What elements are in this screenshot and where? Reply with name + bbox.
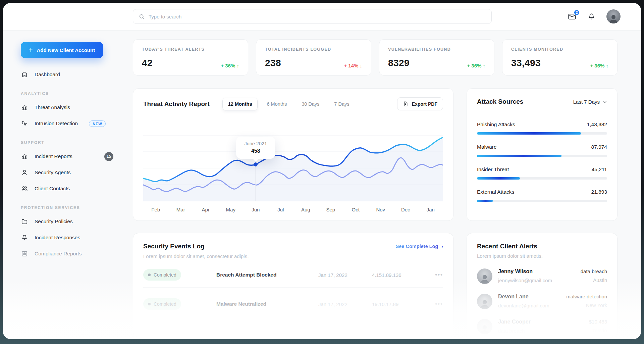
event-ip: 4.151.89.136 — [372, 272, 432, 278]
client-alert-row[interactable]: Jane Cooperdata breach$10,483Toledo — [477, 319, 607, 334]
status-dot-icon — [148, 274, 151, 276]
x-axis-label: Sep — [318, 207, 343, 212]
range-dropdown[interactable]: Last 7 Days — [573, 99, 607, 105]
row-menu-button[interactable]: ••• — [432, 301, 443, 307]
alert-location: New York — [566, 302, 607, 308]
chevron-down-icon — [603, 100, 607, 104]
stat-label: TOTAL INCIDENTS LOGGED — [265, 47, 362, 52]
x-axis-label: Nov — [368, 207, 393, 212]
range-dropdown-label: Last 7 Days — [573, 99, 600, 105]
page-body: + Add New Client Account DashboardANALYT… — [3, 31, 641, 339]
chart-title: Threat Activity Report — [143, 100, 210, 108]
status-dot-icon — [148, 303, 151, 305]
sidebar-item-incident-reports[interactable]: Incident Reports15 — [21, 148, 113, 164]
stat-delta: + 36% ↑ — [467, 63, 485, 68]
attack-source-bar — [477, 132, 607, 135]
stat-value: 33,493 — [511, 58, 541, 68]
attack-source-bar — [477, 155, 607, 157]
attack-source-value: 21,893 — [591, 189, 607, 195]
sidebar-nav: DashboardANALYTICSThreat AnalysisIntrusi… — [21, 66, 119, 262]
add-new-client-button[interactable]: + Add New Client Account — [21, 42, 103, 58]
row-menu-button[interactable]: ••• — [432, 272, 443, 278]
event-title: Malware Neutralized — [216, 301, 318, 307]
attack-sources-header: Attack Sources Last 7 Days — [477, 98, 607, 105]
attack-source-item: Malware87,974 — [477, 144, 607, 157]
event-row[interactable]: CompletedMalware NeutralizedJan 17, 2022… — [143, 287, 443, 310]
user-avatar[interactable] — [606, 9, 621, 23]
alerts-list: Jenny Wilsonjennywilson@gmail.comdata br… — [477, 268, 607, 334]
tab-6-months[interactable]: 6 Months — [261, 98, 292, 110]
attack-sources-list: Phishing Attacks1,43,382Malware87,974Ins… — [477, 121, 607, 202]
sidebar-section-header: ANALYTICS — [21, 91, 119, 96]
export-pdf-icon — [403, 101, 409, 107]
sidebar-item-threat-analysis[interactable]: Threat Analysis — [21, 99, 113, 115]
x-axis-label: Mar — [168, 207, 194, 212]
event-date: Jan 17, 2022 — [318, 272, 372, 278]
export-pdf-button[interactable]: Export PDF — [397, 97, 443, 110]
sidebar-item-label: Threat Analysis — [35, 104, 70, 110]
attack-source-value: 1,43,382 — [587, 121, 607, 128]
tab-12-months[interactable]: 12 Months — [222, 98, 258, 110]
sidebar-section-header: PROTECTION SERVICES — [21, 205, 119, 210]
alert-type: malware detection — [566, 294, 607, 299]
x-axis-label: Feb — [143, 207, 168, 212]
events-title: Security Events Log — [143, 243, 249, 250]
alert-type: $10,483 — [589, 319, 607, 325]
stat-value: 42 — [142, 58, 153, 68]
bell-icon — [21, 234, 28, 241]
alert-location: Toledo — [589, 328, 607, 333]
sidebar-item-compliance-reports[interactable]: Compliance Reports — [21, 246, 113, 262]
cursor-click-icon — [21, 120, 28, 127]
sidebar-item-label: Incident Responses — [35, 235, 80, 241]
export-pdf-label: Export PDF — [412, 101, 437, 107]
chart-tooltip: June 2021 458 — [236, 137, 275, 159]
client-alert-row[interactable]: Jenny Wilsonjennywilson@gmail.comdata br… — [477, 268, 607, 284]
event-row[interactable]: CompletedBreach Attempt BlockedJan 17, 2… — [143, 269, 443, 281]
sidebar-item-label: Incident Reports — [35, 153, 72, 159]
sidebar-item-security-policies[interactable]: Security Policies — [21, 213, 113, 230]
stat-value: 8329 — [388, 58, 410, 68]
attack-source-item: Phishing Attacks1,43,382 — [477, 121, 607, 135]
attack-source-value: 45,211 — [592, 166, 607, 173]
client-avatar — [477, 268, 492, 284]
plus-icon: + — [29, 47, 33, 53]
client-avatar — [477, 294, 492, 309]
client-alert-row[interactable]: Devon Lanedevonlane@gmail.commalware det… — [477, 294, 607, 309]
event-date: Jan 17, 2022 — [318, 301, 372, 307]
row-logs: Security Events Log Lorem ipsum dolor si… — [133, 233, 618, 337]
x-axis-label: Jul — [268, 207, 293, 212]
mail-button[interactable]: 2 — [568, 12, 577, 21]
mail-badge: 2 — [574, 9, 580, 16]
sidebar-section-header: SUPPORT — [21, 140, 119, 145]
stat-card: CLIENTS MONITORED33,493+ 36% ↑ — [502, 39, 618, 76]
search-icon — [139, 13, 145, 20]
attack-source-label: Insider Threat — [477, 166, 509, 173]
sidebar-item-dashboard[interactable]: Dashboard — [21, 66, 113, 83]
x-axis-label: Jan — [418, 207, 443, 212]
app-window: 2 + Add New Client Account DashboardANAL… — [3, 3, 641, 339]
sidebar-item-incident-responses[interactable]: Incident Responses — [21, 230, 113, 246]
x-axis-label: Apr — [193, 207, 218, 212]
notifications-button[interactable] — [587, 12, 596, 21]
tooltip-label: June 2021 — [244, 141, 267, 146]
client-avatar — [477, 319, 492, 334]
sidebar-item-label: Intrusion Detection — [35, 120, 78, 127]
client-line2: jennywilson@gmail.com — [498, 278, 552, 283]
sidebar: + Add New Client Account DashboardANALYT… — [3, 31, 130, 339]
search-input[interactable] — [149, 14, 486, 19]
search-box[interactable] — [133, 9, 492, 24]
chart-highlight-line — [256, 166, 256, 201]
alerts-subtitle: Lorem ipsum dolor sit ametis. — [477, 253, 607, 259]
chart-header: Threat Activity Report 12 Months6 Months… — [143, 97, 443, 110]
attack-sources-card: Attack Sources Last 7 Days Phishing Atta… — [467, 88, 618, 221]
x-axis-label: Jun — [243, 207, 268, 212]
tab-30-days[interactable]: 30 Days — [296, 98, 325, 110]
sidebar-item-client-contacts[interactable]: Client Contacts — [21, 181, 113, 197]
sidebar-item-security-agents[interactable]: Security Agents — [21, 164, 113, 181]
see-complete-log-link[interactable]: See Complete Log › — [396, 244, 443, 249]
attack-sources-title: Attack Sources — [477, 98, 523, 105]
attack-source-bar — [477, 200, 607, 202]
tab-7-days[interactable]: 7 Days — [328, 98, 355, 110]
sidebar-item-intrusion-detection[interactable]: Intrusion DetectionNEW — [21, 115, 113, 132]
sidebar-item-label: Client Contacts — [35, 186, 70, 192]
